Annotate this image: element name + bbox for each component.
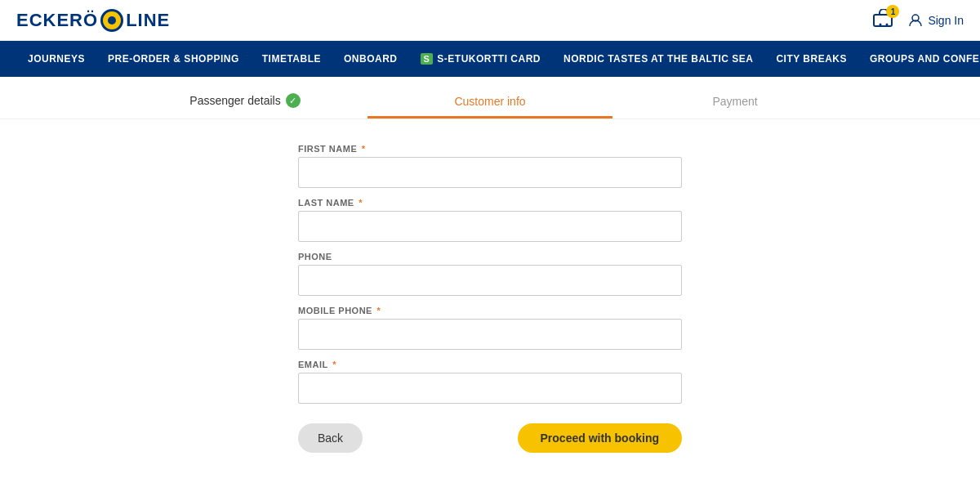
nav-scard[interactable]: S S-ETUKORTTI CARD <box>409 41 553 77</box>
nav-groups[interactable]: GROUPS AND CONFERENCES <box>858 41 980 77</box>
header-right: 1 Sign In <box>872 9 964 31</box>
first-name-input[interactable] <box>298 157 682 188</box>
last-name-label: LAST NAME * <box>298 198 682 208</box>
sign-in-button[interactable]: Sign In <box>908 13 964 28</box>
step-payment-label: Payment <box>712 95 757 108</box>
progress-steps: Passenger details ✓ Customer info Paymen… <box>0 77 980 119</box>
nav-citybreaks[interactable]: CITY BREAKS <box>764 41 858 77</box>
nav-nordic[interactable]: NORDIC TASTES AT THE BALTIC SEA <box>552 41 764 77</box>
svg-point-2 <box>886 24 889 26</box>
last-name-field: LAST NAME * <box>298 198 682 242</box>
step-passenger-label: Passenger details <box>189 94 280 107</box>
form-actions: Back Proceed with booking <box>298 423 682 453</box>
nav-journeys[interactable]: JOURNEYS <box>16 41 96 77</box>
mobile-phone-field: MOBILE PHONE * <box>298 306 682 350</box>
main-nav: JOURNEYS PRE-ORDER & SHOPPING TIMETABLE … <box>0 41 980 77</box>
logo[interactable]: ECKERÖ LINE <box>16 9 170 32</box>
step-payment[interactable]: Payment <box>612 95 858 119</box>
phone-input[interactable] <box>298 265 682 296</box>
phone-label: PHONE <box>298 252 682 262</box>
nav-scard-label: S-ETUKORTTI CARD <box>437 53 541 65</box>
step-customer[interactable]: Customer info <box>368 95 612 119</box>
header: ECKERÖ LINE 1 Sign In <box>0 0 980 41</box>
mobile-phone-label: MOBILE PHONE * <box>298 306 682 315</box>
logo-text-left: ECKERÖ <box>16 10 98 31</box>
proceed-booking-button[interactable]: Proceed with booking <box>518 423 682 453</box>
logo-circle-icon <box>100 9 123 32</box>
email-label: EMAIL * <box>298 360 682 369</box>
email-required: * <box>330 360 336 369</box>
nav-timetable[interactable]: TIMETABLE <box>251 41 332 77</box>
nav-onboard[interactable]: ONBOARD <box>332 41 409 77</box>
phone-field: PHONE <box>298 252 682 296</box>
mobile-phone-input[interactable] <box>298 319 682 350</box>
logo-text-right: LINE <box>126 10 170 31</box>
scard-badge-icon: S <box>421 53 434 65</box>
cart-badge: 1 <box>886 5 899 18</box>
customer-info-form: FIRST NAME * LAST NAME * PHONE MOBILE PH… <box>298 144 682 453</box>
step-passenger-check-icon: ✓ <box>286 93 301 108</box>
cart-button[interactable]: 1 <box>872 9 895 31</box>
back-button[interactable]: Back <box>298 423 363 453</box>
nav-preorder[interactable]: PRE-ORDER & SHOPPING <box>96 41 251 77</box>
main-content: FIRST NAME * LAST NAME * PHONE MOBILE PH… <box>122 119 858 477</box>
email-input[interactable] <box>298 373 682 404</box>
step-passenger[interactable]: Passenger details ✓ <box>122 93 368 119</box>
email-field: EMAIL * <box>298 360 682 404</box>
last-name-input[interactable] <box>298 211 682 242</box>
sign-in-label: Sign In <box>928 14 964 27</box>
last-name-required: * <box>356 198 363 208</box>
svg-point-1 <box>880 24 882 26</box>
step-customer-label: Customer info <box>454 95 525 108</box>
first-name-required: * <box>359 144 365 154</box>
mobile-phone-required: * <box>374 306 381 315</box>
first-name-label: FIRST NAME * <box>298 144 682 154</box>
user-icon <box>908 13 923 28</box>
first-name-field: FIRST NAME * <box>298 144 682 188</box>
